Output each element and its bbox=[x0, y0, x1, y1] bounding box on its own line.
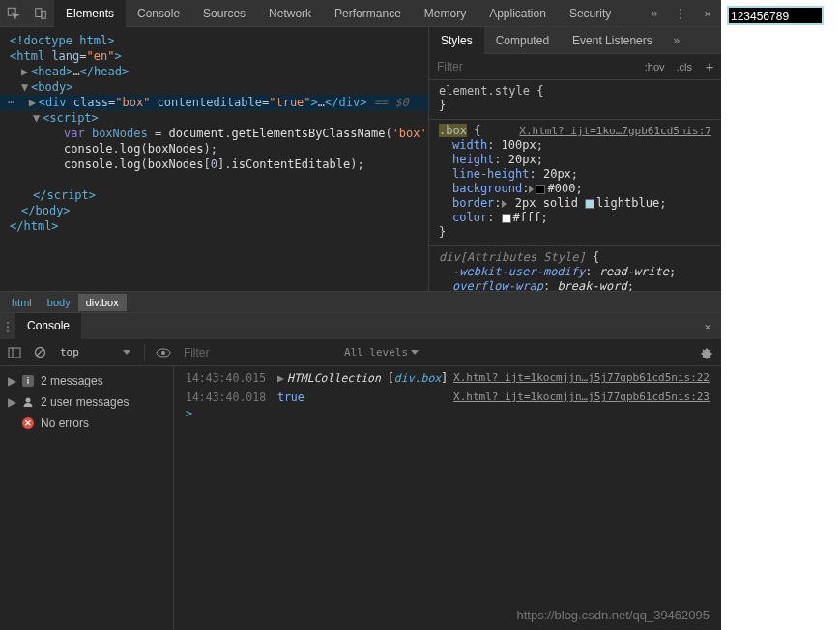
sidebar-user-messages[interactable]: ▶2 user messages bbox=[0, 391, 173, 413]
console-filter-input[interactable] bbox=[178, 346, 334, 359]
console-message[interactable]: 14:43:40.018 true X.html? ijt=1kocmjjn…j… bbox=[174, 387, 721, 407]
devtools-window: Elements Console Sources Network Perform… bbox=[0, 0, 721, 630]
source-link[interactable]: X.html? ijt=1kocmjjn…j5j77gpb61cd5nis:23 bbox=[453, 388, 710, 406]
live-expression-icon[interactable] bbox=[153, 342, 174, 363]
shorthand-expand-icon[interactable] bbox=[529, 186, 534, 193]
styles-tab-computed[interactable]: Computed bbox=[484, 27, 561, 54]
styles-filter-input[interactable] bbox=[429, 60, 639, 73]
console-messages[interactable]: 14:43:40.015 ▶ HTMLCollection [div.box] … bbox=[174, 366, 721, 630]
source-link[interactable]: X.html? ijt=1kocmjjn…j5j77gpb61cd5nis:22 bbox=[453, 369, 710, 387]
source-link[interactable]: X.html? ijt=1ko…7gpb61cd5nis:7 bbox=[519, 124, 711, 138]
chevron-down-icon bbox=[411, 350, 419, 355]
clear-console-icon[interactable] bbox=[29, 342, 50, 363]
tab-security[interactable]: Security bbox=[558, 0, 623, 27]
device-toggle-icon[interactable] bbox=[27, 0, 54, 27]
close-icon[interactable]: ✕ bbox=[694, 7, 721, 20]
svg-rect-1 bbox=[36, 8, 42, 16]
crumb-html[interactable]: html bbox=[4, 294, 40, 311]
color-swatch-icon[interactable] bbox=[502, 214, 511, 223]
svg-line-6 bbox=[37, 349, 43, 356]
tab-network[interactable]: Network bbox=[257, 0, 323, 27]
console-sidebar: ▶i2 messages ▶2 user messages ✕No errors bbox=[0, 366, 174, 630]
svg-rect-3 bbox=[9, 348, 20, 358]
inspect-icon[interactable] bbox=[0, 0, 27, 27]
drawer-header: ⋮ Console ✕ bbox=[0, 312, 721, 339]
styles-list[interactable]: element.style { } .box {X.html? ijt=1ko…… bbox=[429, 80, 721, 291]
expand-icon[interactable]: ▶ bbox=[21, 64, 31, 79]
sidebar-errors[interactable]: ✕No errors bbox=[0, 413, 173, 434]
sidebar-toggle-icon[interactable] bbox=[4, 342, 25, 363]
color-swatch-icon[interactable] bbox=[536, 185, 545, 194]
expand-icon[interactable]: ▼ bbox=[21, 79, 31, 95]
tab-sources[interactable]: Sources bbox=[191, 0, 257, 27]
breadcrumb: html body div.box bbox=[0, 291, 721, 312]
drawer-close-icon[interactable]: ✕ bbox=[694, 320, 721, 333]
color-swatch-icon[interactable] bbox=[585, 199, 594, 209]
styles-pane: Styles Computed Event Listeners » :hov .… bbox=[428, 27, 721, 291]
console-prompt[interactable]: > bbox=[174, 407, 721, 420]
chevron-down-icon bbox=[123, 350, 130, 355]
page-preview: 123456789 bbox=[721, 0, 840, 630]
doctype: <!doctype html> bbox=[10, 34, 114, 47]
crumb-body[interactable]: body bbox=[40, 294, 78, 311]
tab-application[interactable]: Application bbox=[478, 0, 558, 27]
tab-memory[interactable]: Memory bbox=[413, 0, 478, 27]
crumb-divbox[interactable]: div.box bbox=[78, 294, 127, 311]
sidebar-messages[interactable]: ▶i2 messages bbox=[0, 370, 173, 391]
console-message[interactable]: 14:43:40.015 ▶ HTMLCollection [div.box] … bbox=[174, 368, 721, 387]
svg-rect-2 bbox=[42, 11, 45, 18]
selected-node[interactable]: ⋯ ▶<div class="box" contenteditable="tru… bbox=[0, 95, 428, 110]
hov-button[interactable]: :hov bbox=[639, 61, 671, 72]
svg-point-8 bbox=[161, 351, 165, 355]
dom-tree[interactable]: <!doctype html> <html lang="en"> ▶<head>… bbox=[0, 27, 428, 291]
dollar-zero: == $0 bbox=[366, 96, 408, 109]
cls-button[interactable]: .cls bbox=[671, 61, 699, 72]
tab-console[interactable]: Console bbox=[126, 0, 191, 27]
drag-handle-icon[interactable]: ⋮ bbox=[0, 320, 15, 333]
tab-performance[interactable]: Performance bbox=[323, 0, 413, 27]
svg-point-9 bbox=[26, 398, 31, 403]
more-tabs-icon[interactable]: » bbox=[664, 34, 689, 47]
watermark: https://blog.csdn.net/qq_39462095 bbox=[517, 608, 710, 622]
menu-icon[interactable]: ⋮ bbox=[667, 7, 694, 20]
main-toolbar: Elements Console Sources Network Perform… bbox=[0, 0, 721, 27]
log-levels-selector[interactable]: All levels bbox=[338, 346, 424, 358]
gear-icon[interactable] bbox=[694, 341, 717, 364]
new-rule-button[interactable]: + bbox=[698, 59, 721, 74]
more-tabs-icon[interactable]: » bbox=[642, 7, 667, 20]
drawer-tab-console[interactable]: Console bbox=[15, 313, 81, 339]
context-selector[interactable]: top bbox=[54, 346, 136, 358]
console-toolbar: top All levels bbox=[0, 339, 721, 366]
tab-elements[interactable]: Elements bbox=[54, 0, 126, 27]
expand-icon[interactable]: ▼ bbox=[33, 110, 43, 126]
styles-tab-listeners[interactable]: Event Listeners bbox=[561, 27, 664, 54]
shorthand-expand-icon[interactable] bbox=[502, 200, 507, 208]
styles-tab-styles[interactable]: Styles bbox=[429, 27, 484, 54]
expand-icon[interactable]: ▶ bbox=[277, 369, 287, 387]
editable-box[interactable]: 123456789 bbox=[727, 6, 824, 25]
